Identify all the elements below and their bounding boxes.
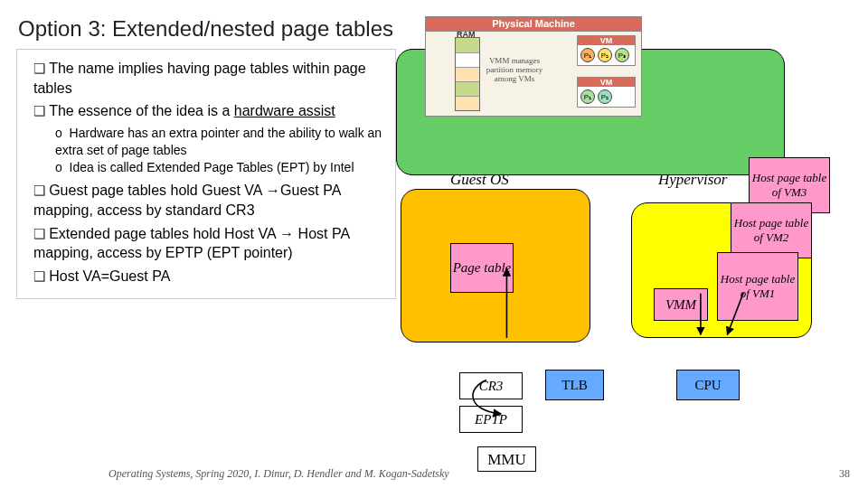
bullet-box: The name implies having page tables with… <box>16 49 396 299</box>
guest-os-label: Guest OS <box>450 171 509 189</box>
cpu-box: CPU <box>676 370 740 400</box>
host-pt2-box: Host page table of VM2 <box>731 202 812 258</box>
pm-title: Physical Machine <box>425 16 642 31</box>
cr3-box: CR3 <box>459 372 523 399</box>
page-table-box: Page table <box>450 243 514 293</box>
vm-card-1: VM P₁P₂P₃ <box>577 35 636 66</box>
sub-bullet-1: Hardware has an extra pointer and the ab… <box>55 125 382 159</box>
bullet-1: The name implies having page tables with… <box>33 59 382 98</box>
vmm-text: VMM manages partition memory among VMs <box>486 57 543 84</box>
page-number: 38 <box>839 467 850 481</box>
bullet-5: Host VA=Guest PA <box>33 267 382 286</box>
tlb-box: TLB <box>545 370 604 400</box>
host-pt1-box: Host page table of VM1 <box>717 252 798 321</box>
bullet-2: The essence of the idea is a hardware as… <box>33 101 382 121</box>
vmm-box: VMM <box>654 288 708 321</box>
eptp-box: EPTP <box>459 406 523 433</box>
hypervisor-label: Hypervisor <box>658 171 727 189</box>
ram-column <box>455 37 480 111</box>
footer: Operating Systems, Spring 2020, I. Dinur… <box>0 467 868 481</box>
footer-text: Operating Systems, Spring 2020, I. Dinur… <box>108 467 449 481</box>
sub-bullet-2: Idea is called Extended Page Tables (EPT… <box>55 159 382 176</box>
vm-card-2: VM P₁P₂ <box>577 77 636 108</box>
bullet-4: Extended page tables hold Host VA → Host… <box>33 224 382 263</box>
bullet-3: Guest page tables hold Guest VA →Guest P… <box>33 181 382 220</box>
physical-machine-inset: Physical Machine RAM VMM manages partiti… <box>425 16 642 120</box>
